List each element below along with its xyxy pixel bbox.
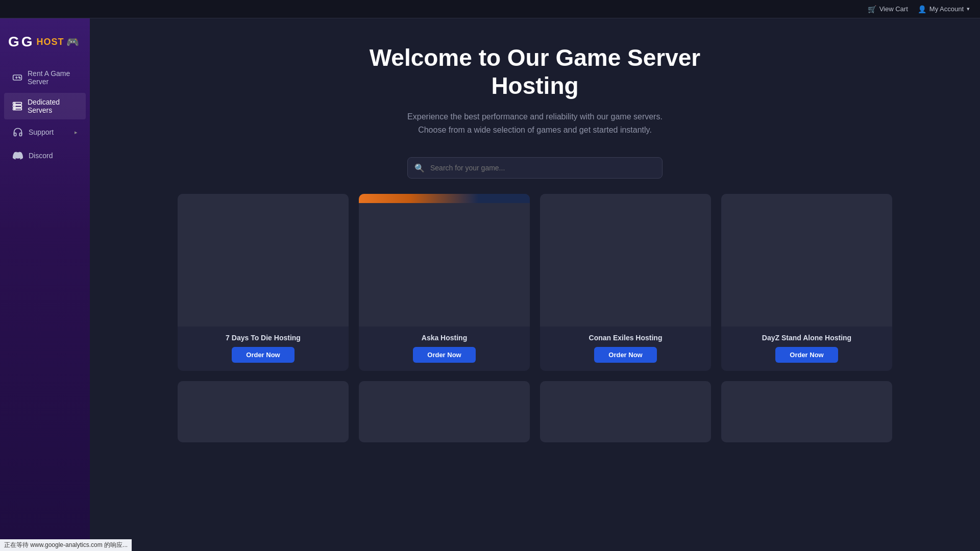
gamepad-icon bbox=[12, 72, 22, 83]
order-now-aska-button[interactable]: Order Now bbox=[413, 347, 475, 363]
logo-g2: G bbox=[21, 34, 34, 50]
my-account-button[interactable]: 👤 My Account ▾ bbox=[918, 5, 970, 13]
game-card-8 bbox=[721, 381, 892, 442]
svg-point-6 bbox=[14, 103, 15, 104]
headset-icon bbox=[12, 127, 23, 138]
sidebar-item-discord[interactable]: Discord bbox=[4, 145, 86, 166]
logo-host: HOST bbox=[37, 37, 64, 47]
game-card-5 bbox=[178, 381, 349, 442]
card-image-5 bbox=[178, 381, 349, 442]
svg-point-8 bbox=[14, 109, 15, 109]
sidebar-label-support: Support bbox=[29, 128, 54, 136]
status-bar: 正在等待 www.google-analytics.com 的响应... bbox=[0, 539, 132, 551]
sidebar-item-support[interactable]: Support ▸ bbox=[4, 121, 86, 143]
game-card-dayz: DayZ Stand Alone Hosting Order Now bbox=[721, 194, 892, 371]
search-input[interactable] bbox=[407, 157, 663, 179]
games-grid: 7 Days To Die Hosting Order Now Aska Hos… bbox=[178, 194, 892, 442]
game-card-conan: Conan Exiles Hosting Order Now bbox=[540, 194, 711, 371]
card-image-7 bbox=[540, 381, 711, 442]
svg-point-7 bbox=[14, 106, 15, 107]
game-card-aska: Aska Hosting Order Now bbox=[359, 194, 530, 371]
server-icon bbox=[12, 101, 22, 112]
order-now-7days-button[interactable]: Order Now bbox=[232, 347, 294, 363]
hero-title-line2: Hosting bbox=[491, 72, 578, 99]
card-title-dayz: DayZ Stand Alone Hosting bbox=[762, 334, 851, 342]
status-bar-text: 正在等待 www.google-analytics.com 的响应... bbox=[4, 541, 128, 548]
sidebar-label-dedicated: Dedicated Servers bbox=[28, 98, 78, 114]
main-layout: G G HOST 🎮 Rent A Game Server bbox=[0, 18, 980, 551]
my-account-label: My Account bbox=[929, 5, 964, 13]
search-box: 🔍 bbox=[407, 157, 663, 179]
logo: G G HOST 🎮 bbox=[8, 34, 80, 50]
cart-icon: 🛒 bbox=[868, 5, 876, 13]
sidebar-label-discord: Discord bbox=[29, 152, 53, 160]
card-image-dayz bbox=[721, 194, 892, 327]
card-image-8 bbox=[721, 381, 892, 442]
game-card-6 bbox=[359, 381, 530, 442]
topbar: 🛒 View Cart 👤 My Account ▾ bbox=[0, 0, 980, 18]
logo-gamepad-icon: 🎮 bbox=[66, 36, 80, 48]
sidebar: G G HOST 🎮 Rent A Game Server bbox=[0, 18, 90, 551]
card-title-7days: 7 Days To Die Hosting bbox=[226, 334, 301, 342]
view-cart-button[interactable]: 🛒 View Cart bbox=[868, 5, 908, 13]
hero-title-line1: Welcome to Our Game Server bbox=[370, 44, 701, 71]
card-footer-aska: Aska Hosting Order Now bbox=[359, 327, 530, 371]
sidebar-label-rent-game: Rent A Game Server bbox=[28, 69, 78, 86]
chevron-down-icon: ▾ bbox=[967, 6, 970, 12]
hero-section: Welcome to Our Game Server Hosting Exper… bbox=[331, 44, 739, 137]
account-icon: 👤 bbox=[918, 5, 926, 13]
card-image-aska bbox=[359, 194, 530, 327]
card-footer-dayz: DayZ Stand Alone Hosting Order Now bbox=[721, 327, 892, 371]
card-title-conan: Conan Exiles Hosting bbox=[589, 334, 663, 342]
card-image-7days bbox=[178, 194, 349, 327]
order-now-conan-button[interactable]: Order Now bbox=[594, 347, 656, 363]
hero-title: Welcome to Our Game Server Hosting bbox=[331, 44, 739, 100]
logo-area: G G HOST 🎮 bbox=[0, 29, 90, 62]
search-icon: 🔍 bbox=[414, 163, 425, 172]
order-now-dayz-button[interactable]: Order Now bbox=[775, 347, 838, 363]
game-card-7 bbox=[540, 381, 711, 442]
card-footer-conan: Conan Exiles Hosting Order Now bbox=[540, 327, 711, 371]
sidebar-item-dedicated[interactable]: Dedicated Servers bbox=[4, 93, 86, 119]
chevron-right-icon: ▸ bbox=[75, 129, 78, 136]
card-banner-aska bbox=[359, 194, 530, 203]
card-footer-7days: 7 Days To Die Hosting Order Now bbox=[178, 327, 349, 371]
view-cart-label: View Cart bbox=[879, 5, 908, 13]
svg-point-2 bbox=[19, 78, 20, 79]
card-title-aska: Aska Hosting bbox=[422, 334, 467, 342]
hero-description: Experience the best performance and reli… bbox=[331, 110, 739, 136]
game-card-7days: 7 Days To Die Hosting Order Now bbox=[178, 194, 349, 371]
card-image-conan bbox=[540, 194, 711, 327]
logo-g1: G bbox=[8, 34, 20, 50]
main-content: Welcome to Our Game Server Hosting Exper… bbox=[90, 18, 980, 551]
discord-icon bbox=[12, 150, 23, 161]
card-image-6 bbox=[359, 381, 530, 442]
sidebar-item-rent-game[interactable]: Rent A Game Server bbox=[4, 64, 86, 91]
